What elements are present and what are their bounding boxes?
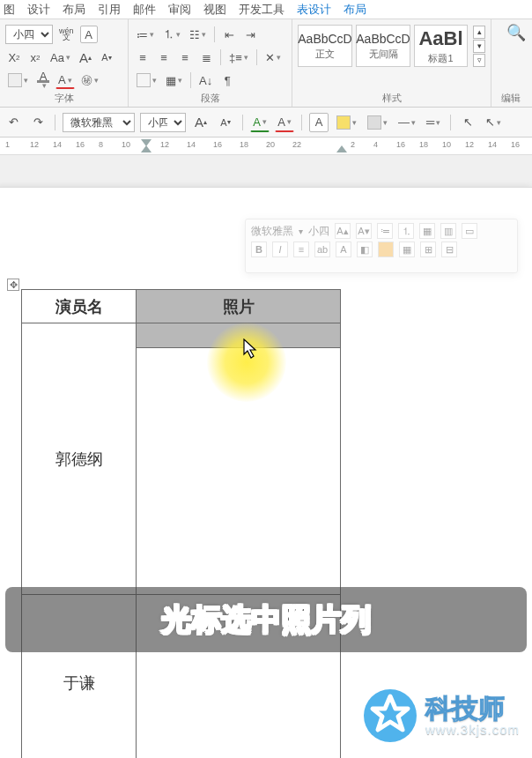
char-shading-button[interactable] [5, 71, 31, 89]
text-highlight-button[interactable]: A [34, 71, 52, 89]
tab-devtools[interactable]: 开发工具 [239, 2, 284, 18]
hanging-indent-marker[interactable] [141, 145, 151, 152]
style-heading1[interactable]: AaBl 标题1 [414, 25, 468, 67]
header-actor-name[interactable]: 演员名 [22, 290, 137, 323]
align-center-button[interactable]: ≡ [155, 48, 173, 66]
mini-bold[interactable]: B [251, 242, 267, 257]
mini-font-size[interactable]: 小四 [308, 224, 329, 239]
mini-shading-icon[interactable] [378, 242, 394, 257]
phonetic-guide-button[interactable]: wén文 [56, 26, 77, 43]
text-highlight-2[interactable]: A [250, 113, 270, 132]
change-case-button[interactable]: Aa [48, 48, 73, 66]
mini-table-icon[interactable]: ▦ [419, 223, 435, 239]
show-marks-button[interactable]: ¶ [218, 71, 236, 89]
undo-button[interactable]: ↶ [4, 113, 23, 132]
font-size-combo[interactable]: 小四 [5, 25, 53, 44]
style-nospacing[interactable]: AaBbCcD 无间隔 [356, 25, 410, 67]
numbering-button[interactable]: ⒈ [160, 26, 183, 43]
line-style-button[interactable]: — [395, 113, 418, 132]
ruler-tick: 1 [5, 140, 10, 149]
right-indent-marker[interactable] [336, 145, 347, 152]
mini-fontcolor-icon[interactable]: A [336, 242, 351, 257]
mini-highlight-icon[interactable]: ab [314, 242, 330, 257]
mini-insert-icon[interactable]: ▥ [440, 223, 456, 239]
ruler-tick: 14 [53, 140, 62, 149]
grow-font-button[interactable]: A▴ [77, 48, 94, 66]
line-weight-button[interactable]: ═ [424, 113, 443, 132]
font-color-button[interactable]: A [55, 71, 75, 89]
asian-layout-button[interactable]: ✕ [262, 48, 284, 66]
style-label: 标题1 [428, 52, 453, 65]
mini-numbering-icon[interactable]: ⒈ [398, 223, 414, 239]
decrease-indent-button[interactable]: ⇤ [220, 26, 238, 43]
style-label: 无间隔 [369, 48, 398, 61]
mini-deleterow-icon[interactable]: ⊟ [441, 242, 457, 257]
ruler-tick: 12 [160, 140, 169, 149]
styles-expand[interactable]: ▿ [473, 54, 485, 67]
watermark: 科技师 www.3kjs.com [362, 687, 520, 744]
textbox-button[interactable]: A [309, 113, 329, 132]
borders-button[interactable]: ▦ [163, 71, 185, 89]
char-border-button[interactable]: A [80, 26, 98, 43]
select-objects-button[interactable]: ↖ [458, 113, 477, 132]
mini-bullets-icon[interactable]: ≔ [377, 223, 393, 239]
styles-scroll-up[interactable]: ▴ [473, 26, 485, 39]
align-justify-button[interactable]: ≣ [197, 48, 215, 66]
tab-layout[interactable]: 布局 [63, 2, 85, 18]
styles-scroll-down[interactable]: ▾ [473, 40, 485, 53]
cell-actor-1[interactable]: 郭德纲 [22, 323, 137, 595]
shape-fill-button[interactable] [334, 113, 359, 132]
line-spacing-button[interactable]: ‡≡ [226, 48, 251, 66]
ruler-tick: 8 [99, 140, 103, 149]
tab-mailings[interactable]: 邮件 [133, 2, 156, 18]
mini-fill-icon[interactable]: ◧ [357, 242, 373, 257]
font-family-combo[interactable]: 微软雅黑 [63, 113, 135, 132]
fill-color-icon [336, 115, 351, 130]
mini-merge-icon[interactable]: ▭ [462, 223, 477, 239]
mini-italic[interactable]: I [272, 242, 288, 257]
table-move-handle[interactable]: ✥ [7, 279, 19, 291]
paragraph-shading-button[interactable] [134, 71, 159, 89]
shrink-font-button[interactable]: A▾ [98, 48, 115, 66]
search-icon: 🔍 [506, 23, 526, 42]
tab-review[interactable]: 审阅 [168, 2, 191, 18]
mini-shrink-font[interactable]: A▾ [356, 223, 372, 239]
find-button[interactable]: 🔍 [497, 23, 532, 42]
sort-button[interactable]: A↓ [196, 71, 215, 89]
shape-outline-button[interactable] [365, 113, 390, 132]
subscript-button[interactable]: X2 [5, 48, 23, 66]
tab-table-layout[interactable]: 布局 [344, 2, 366, 18]
grow-font-2[interactable]: A▴ [191, 113, 211, 132]
mini-align-icon[interactable]: ≡ [293, 242, 309, 257]
select-dropdown[interactable]: ↖ [483, 113, 504, 132]
cell-photo-1a[interactable] [137, 323, 341, 348]
mini-grow-font[interactable]: A▴ [335, 223, 351, 239]
mini-font-family[interactable]: 微软雅黑 [251, 224, 293, 239]
bullets-button[interactable]: ≔ [134, 26, 157, 43]
enclose-char-button[interactable]: ㊙ [78, 71, 101, 89]
ruler-tick: 16 [76, 140, 85, 149]
multilevel-button[interactable]: ☷ [187, 26, 209, 43]
font-size-combo-2[interactable]: 小四 [140, 113, 186, 132]
ribbon-group-editing-label: 编辑 [491, 92, 530, 105]
redo-button[interactable]: ↷ [28, 113, 48, 132]
tab-references[interactable]: 引用 [98, 2, 121, 18]
tab-table-design[interactable]: 表设计 [297, 2, 331, 18]
increase-indent-button[interactable]: ⇥ [241, 26, 259, 43]
tab-design[interactable]: 设计 [27, 2, 50, 18]
align-right-button[interactable]: ≡ [176, 48, 194, 66]
document-table[interactable]: 演员名 照片 郭德纲 于谦 [21, 289, 341, 758]
cell-photo-1b[interactable] [137, 348, 341, 595]
tab-view-partial[interactable]: 图 [4, 2, 15, 18]
mini-insertrow-icon[interactable]: ⊞ [420, 242, 436, 257]
header-photo[interactable]: 照片 [137, 290, 341, 323]
style-preview: AaBl [418, 27, 462, 50]
tab-view[interactable]: 视图 [203, 2, 226, 18]
superscript-button[interactable]: x2 [26, 48, 44, 66]
style-normal[interactable]: AaBbCcD 正文 [298, 25, 352, 67]
align-left-button[interactable]: ≡ [134, 48, 151, 66]
shrink-font-2[interactable]: A▾ [216, 113, 235, 132]
font-color-2[interactable]: A [275, 113, 294, 132]
horizontal-ruler[interactable]: 1 12 14 16 8 10 12 14 16 18 20 22 2 4 16… [0, 137, 532, 155]
mini-border-icon[interactable]: ▦ [399, 242, 415, 257]
